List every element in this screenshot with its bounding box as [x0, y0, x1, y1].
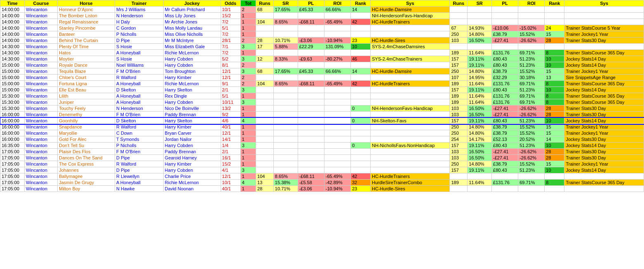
- trainer-name[interactable]: R Llewellyn: [115, 173, 163, 180]
- jockey-name[interactable]: Gearoid Harney: [163, 155, 221, 161]
- trainer-name[interactable]: C Down: [115, 130, 163, 136]
- trainer-name[interactable]: A Honeyball: [115, 81, 163, 87]
- header-pl1[interactable]: PL: [298, 0, 324, 7]
- jockey-name[interactable]: Mr M McIntyre: [163, 37, 221, 44]
- horse-name[interactable]: Ballymagee: [57, 173, 115, 180]
- horse-name[interactable]: Moytier: [57, 56, 115, 62]
- horse-name[interactable]: Regal Renaissance: [57, 19, 115, 25]
- trainer-name[interactable]: D Pipe: [115, 155, 163, 161]
- jockey-name[interactable]: Harry Kimber: [163, 124, 221, 130]
- header-pl2[interactable]: PL: [492, 0, 518, 7]
- trainer-name[interactable]: A Honeyball: [115, 50, 163, 56]
- horse-name[interactable]: Stanley Pincombe: [57, 25, 115, 31]
- jockey-name[interactable]: Bryan Carver: [163, 130, 221, 136]
- horse-name[interactable]: Denemethy: [57, 112, 115, 118]
- jockey-name[interactable]: Rex Dingle: [163, 93, 221, 99]
- horse-name[interactable]: Behind The Curtain: [57, 37, 115, 44]
- trainer-name[interactable]: R Walford: [115, 75, 163, 81]
- header-sr1[interactable]: SR: [273, 0, 298, 7]
- horse-name[interactable]: Gold For Alec: [57, 136, 115, 143]
- header-odds[interactable]: Odds: [221, 0, 240, 7]
- header-sys1[interactable]: Sys: [371, 0, 450, 7]
- header-tot[interactable]: Tot: [240, 0, 256, 7]
- jockey-name[interactable]: Richie McLernon: [163, 180, 221, 186]
- header-roi1[interactable]: ROI: [324, 0, 350, 7]
- horse-name[interactable]: Plenty Of Time: [57, 44, 115, 50]
- horse-name[interactable]: The Bomber Liston: [57, 13, 115, 19]
- trainer-name[interactable]: S Hosie: [115, 44, 163, 50]
- trainer-name[interactable]: R Walford: [115, 161, 163, 167]
- horse-name[interactable]: Johannes: [57, 167, 115, 173]
- jockey-name[interactable]: Harry Cobden: [163, 62, 221, 68]
- jockey-name[interactable]: Tom Broughton: [163, 68, 221, 75]
- trainer-name[interactable]: S Hosie: [115, 56, 163, 62]
- trainer-name[interactable]: Noel Williams: [115, 62, 163, 68]
- horse-name[interactable]: Snapdance: [57, 124, 115, 130]
- horse-name[interactable]: Jasmin De Grugy: [57, 180, 115, 186]
- trainer-name[interactable]: N Hawke: [115, 186, 163, 192]
- horse-name[interactable]: Banteer: [57, 31, 115, 37]
- horse-name[interactable]: Fortuna Ligna: [57, 81, 115, 87]
- jockey-name[interactable]: Harry Kimber: [163, 161, 221, 167]
- trainer-name[interactable]: D Pipe: [115, 167, 163, 173]
- trainer-name[interactable]: T Symonds: [115, 136, 163, 143]
- horse-name[interactable]: Don't Tell Su: [57, 143, 115, 149]
- jockey-name[interactable]: Harry Skelton: [163, 118, 221, 124]
- jockey-name[interactable]: Miss Lily Jones: [163, 13, 221, 19]
- header-runs1[interactable]: Runs: [256, 0, 274, 7]
- horse-name[interactable]: Hatos: [57, 50, 115, 56]
- trainer-name[interactable]: A Honeyball: [115, 93, 163, 99]
- jockey-name[interactable]: Harry Cobden: [163, 56, 221, 62]
- jockey-name[interactable]: Miss Elizabeth Gale: [163, 44, 221, 50]
- horse-name[interactable]: Tequila Blaze: [57, 68, 115, 75]
- header-rank2[interactable]: Rank: [545, 0, 564, 7]
- horse-name[interactable]: Royale Dance: [57, 62, 115, 68]
- header-time[interactable]: Time: [0, 0, 25, 7]
- jockey-name[interactable]: Nico De Boinville: [163, 105, 221, 112]
- header-horse[interactable]: Horse: [57, 0, 115, 7]
- horse-name[interactable]: Maryollie: [57, 130, 115, 136]
- trainer-name[interactable]: F M O'Brien: [115, 112, 163, 118]
- horse-name[interactable]: Honneur D'Ajonc: [57, 7, 115, 13]
- horse-name[interactable]: Juniper: [57, 99, 115, 105]
- trainer-name[interactable]: A Honeyball: [115, 99, 163, 105]
- trainer-name[interactable]: F M O'Brien: [115, 149, 163, 155]
- jockey-name[interactable]: Harry Kimber: [163, 75, 221, 81]
- horse-name[interactable]: The Cox Express: [57, 161, 115, 167]
- horse-name[interactable]: Goonhilly: [57, 118, 115, 124]
- horse-name[interactable]: Lilith: [57, 93, 115, 99]
- trainer-name[interactable]: R Walford: [115, 124, 163, 130]
- trainer-name[interactable]: P Nicholls: [115, 143, 163, 149]
- jockey-name[interactable]: Richie McLernon: [163, 81, 221, 87]
- trainer-name[interactable]: Mrs J Williams: [115, 7, 163, 13]
- jockey-name[interactable]: Paddy Brennan: [163, 112, 221, 118]
- trainer-name[interactable]: F M O'Brien: [115, 68, 163, 75]
- jockey-name[interactable]: Paddy Brennan: [163, 149, 221, 155]
- horse-name[interactable]: Chloe's Court: [57, 75, 115, 81]
- jockey-name[interactable]: David Noonan: [163, 186, 221, 192]
- jockey-name[interactable]: Harry Cobden: [163, 99, 221, 105]
- jockey-name[interactable]: Charlie Price: [163, 173, 221, 180]
- trainer-name[interactable]: H Daly: [115, 19, 163, 25]
- horse-name[interactable]: Touchy Feely: [57, 105, 115, 112]
- trainer-name[interactable]: D Skelton: [115, 87, 163, 93]
- trainer-name[interactable]: N Henderson: [115, 105, 163, 112]
- header-runs2[interactable]: Runs: [450, 0, 468, 7]
- trainer-name[interactable]: A Honeyball: [115, 180, 163, 186]
- horse-name[interactable]: Dances On The Sand: [57, 155, 115, 161]
- trainer-name[interactable]: N Henderson: [115, 13, 163, 19]
- jockey-name[interactable]: Richie McLernon: [163, 50, 221, 56]
- header-jockey[interactable]: Jockey: [163, 0, 221, 7]
- header-trainer[interactable]: Trainer: [115, 0, 163, 7]
- jockey-name[interactable]: Mr Archie Jones: [163, 19, 221, 25]
- trainer-name[interactable]: P Nicholls: [115, 31, 163, 37]
- jockey-name[interactable]: Jordan Nailor: [163, 136, 221, 143]
- header-sr2[interactable]: SR: [468, 0, 492, 7]
- header-sys2[interactable]: Sys: [564, 0, 644, 7]
- jockey-name[interactable]: Harry Cobden: [163, 143, 221, 149]
- header-roi2[interactable]: ROI: [518, 0, 545, 7]
- jockey-name[interactable]: Mr Callum Pritchard: [163, 7, 221, 13]
- trainer-name[interactable]: D Skelton: [115, 118, 163, 124]
- horse-name[interactable]: Milton Boy: [57, 186, 115, 192]
- jockey-name[interactable]: Harry Skelton: [163, 87, 221, 93]
